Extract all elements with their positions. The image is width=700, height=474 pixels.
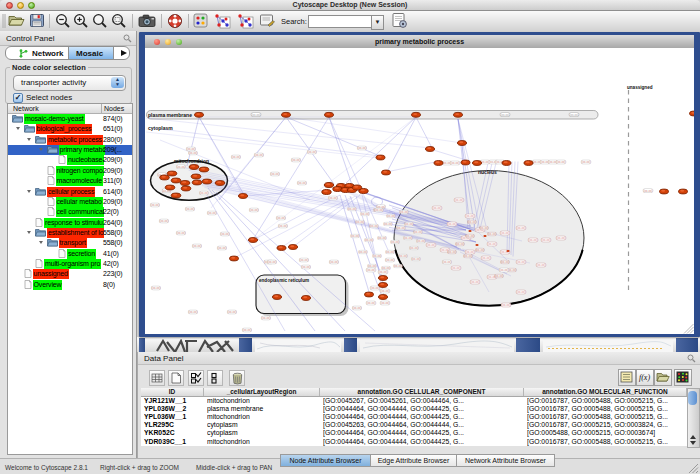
svg-text:(xx-xx): (xx-xx) [394, 264, 403, 268]
svg-text:(xx-xx): (xx-xx) [177, 231, 186, 235]
svg-text:(xx-xx): (xx-xx) [262, 316, 271, 320]
svg-text:(xx-xx): (xx-xx) [356, 220, 365, 224]
svg-text:(xx-xx): (xx-xx) [451, 161, 460, 165]
svg-text:(xx-xx): (xx-xx) [452, 266, 461, 270]
svg-text:(xx-xx): (xx-xx) [443, 260, 452, 264]
svg-text:plasma membrane: plasma membrane [148, 112, 192, 118]
svg-text:(xx-xx): (xx-xx) [367, 301, 376, 305]
svg-text:(xx-xx): (xx-xx) [384, 222, 393, 226]
svg-text:(xx-xx): (xx-xx) [228, 310, 237, 314]
svg-text:(xx-xx): (xx-xx) [476, 248, 485, 252]
svg-text:(xx-xx): (xx-xx) [370, 224, 379, 228]
svg-text:unassigned: unassigned [627, 85, 653, 90]
svg-text:(xx-xx): (xx-xx) [482, 256, 491, 260]
svg-text:f(x): f(x) [639, 373, 650, 382]
svg-text:(xx-xx): (xx-xx) [557, 160, 566, 164]
svg-text:(xx-xx): (xx-xx) [186, 207, 195, 211]
svg-text:(xx-xx): (xx-xx) [412, 257, 421, 261]
svg-text:(xx-xx): (xx-xx) [529, 238, 538, 242]
svg-text:(xx-xx): (xx-xx) [358, 146, 367, 150]
svg-text:(xx-xx): (xx-xx) [189, 310, 198, 314]
svg-text:(xx-xx): (xx-xx) [386, 258, 395, 262]
svg-text:(xx-xx): (xx-xx) [488, 242, 497, 246]
svg-text:(xx-xx): (xx-xx) [433, 206, 442, 210]
svg-text:(xx-xx): (xx-xx) [218, 246, 227, 250]
svg-text:(xx-xx): (xx-xx) [500, 268, 509, 272]
svg-text:(xx-xx): (xx-xx) [644, 189, 653, 193]
svg-text:(xx-xx): (xx-xx) [570, 113, 579, 117]
svg-text:(xx-xx): (xx-xx) [373, 254, 382, 258]
svg-text:(xx-xx): (xx-xx) [255, 153, 264, 157]
svg-text:(xx-xx): (xx-xx) [300, 258, 309, 262]
svg-text:(xx-xx): (xx-xx) [367, 268, 376, 272]
svg-text:(xx-xx): (xx-xx) [381, 301, 390, 305]
svg-text:(xx-xx): (xx-xx) [417, 239, 426, 243]
svg-text:(xx-xx): (xx-xx) [495, 274, 504, 278]
svg-text:(xx-xx): (xx-xx) [361, 212, 370, 216]
svg-text:(xx-xx): (xx-xx) [517, 290, 526, 294]
svg-text:(xx-xx): (xx-xx) [375, 208, 384, 212]
svg-text:(xx-xx): (xx-xx) [399, 254, 408, 258]
svg-text:(xx-xx): (xx-xx) [405, 222, 414, 226]
svg-text:(xx-xx): (xx-xx) [250, 208, 259, 212]
svg-text:(xx-xx): (xx-xx) [404, 236, 413, 240]
svg-text:(xx-xx): (xx-xx) [279, 224, 288, 228]
svg-text:(xx-xx): (xx-xx) [378, 236, 387, 240]
svg-text:(xx-xx): (xx-xx) [488, 232, 497, 236]
svg-text:(xx-xx): (xx-xx) [329, 196, 338, 200]
svg-text:(xx-xx): (xx-xx) [371, 286, 380, 290]
svg-text:(xx-xx): (xx-xx) [330, 260, 339, 264]
svg-text:(xx-xx): (xx-xx) [517, 260, 526, 264]
svg-text:(xx-xx): (xx-xx) [464, 254, 473, 258]
svg-text:(xx-xx): (xx-xx) [456, 242, 465, 246]
svg-text:(xx-xx): (xx-xx) [193, 244, 202, 248]
svg-text:(xx-xx): (xx-xx) [397, 226, 406, 230]
svg-text:(xx-xx): (xx-xx) [427, 243, 436, 247]
svg-text:(xx-xx): (xx-xx) [351, 234, 360, 238]
svg-text:(xx-xx): (xx-xx) [501, 231, 510, 235]
svg-text:(xx-xx): (xx-xx) [189, 151, 198, 155]
svg-text:(xx-xx): (xx-xx) [557, 236, 566, 240]
svg-text:(xx-xx): (xx-xx) [480, 226, 489, 230]
svg-text:(xx-xx): (xx-xx) [353, 306, 362, 310]
svg-text:(xx-xx): (xx-xx) [379, 270, 388, 274]
svg-text:(xx-xx): (xx-xx) [542, 238, 551, 242]
svg-text:(xx-xx): (xx-xx) [391, 240, 400, 244]
svg-text:(xx-xx): (xx-xx) [365, 238, 374, 242]
svg-text:(xx-xx): (xx-xx) [387, 214, 396, 218]
svg-text:(xx-xx): (xx-xx) [221, 232, 230, 236]
svg-text:(xx-xx): (xx-xx) [348, 207, 357, 211]
svg-text:(xx-xx): (xx-xx) [466, 234, 475, 238]
svg-text:(xx-xx): (xx-xx) [448, 222, 457, 226]
svg-text:(xx-xx): (xx-xx) [455, 198, 464, 202]
svg-text:(xx-xx): (xx-xx) [200, 191, 209, 195]
svg-text:(xx-xx): (xx-xx) [243, 328, 252, 332]
svg-text:(xx-xx): (xx-xx) [252, 113, 261, 117]
svg-text:mitochondrion: mitochondrion [174, 158, 209, 164]
svg-text:(xx-xx): (xx-xx) [517, 226, 526, 230]
svg-text:(xx-xx): (xx-xx) [308, 150, 317, 154]
svg-text:(xx-xx): (xx-xx) [160, 219, 169, 223]
svg-text:endoplasmic reticulum: endoplasmic reticulum [259, 278, 309, 283]
svg-text:(xx-xx): (xx-xx) [208, 211, 217, 215]
svg-text:(xx-xx): (xx-xx) [501, 113, 510, 117]
svg-text:(xx-xx): (xx-xx) [298, 181, 307, 185]
svg-text:(xx-xx): (xx-xx) [448, 250, 457, 254]
svg-text:(xx-xx): (xx-xx) [292, 158, 301, 162]
svg-text:(xx-xx): (xx-xx) [268, 260, 277, 264]
svg-text:(xx-xx): (xx-xx) [386, 250, 395, 254]
svg-text:(xx-xx): (xx-xx) [277, 216, 286, 220]
svg-text:(xx-xx): (xx-xx) [152, 286, 161, 290]
svg-text:(xx-xx): (xx-xx) [466, 214, 475, 218]
svg-text:(xx-xx): (xx-xx) [271, 172, 280, 176]
svg-text:(xx-xx): (xx-xx) [359, 250, 368, 254]
svg-text:(xx-xx): (xx-xx) [468, 220, 477, 224]
svg-text:(xx-xx): (xx-xx) [410, 246, 419, 250]
svg-text:(xx-xx): (xx-xx) [232, 155, 241, 159]
svg-text:(xx-xx): (xx-xx) [151, 203, 160, 207]
svg-text:(xx-xx): (xx-xx) [502, 303, 511, 307]
svg-text:(xx-xx): (xx-xx) [177, 165, 186, 169]
svg-text:(xx-xx): (xx-xx) [400, 210, 409, 214]
svg-text:(xx-xx): (xx-xx) [471, 280, 480, 284]
svg-text:(xx-xx): (xx-xx) [302, 265, 311, 269]
